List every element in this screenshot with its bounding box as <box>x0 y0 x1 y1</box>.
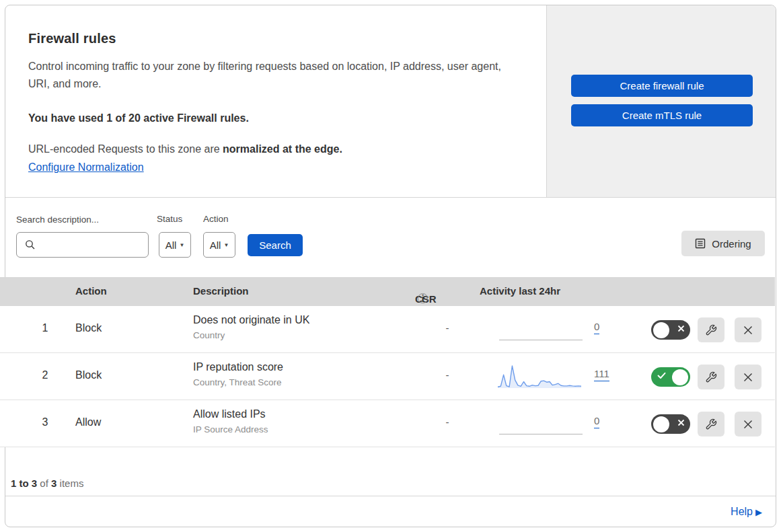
close-icon <box>743 373 753 382</box>
column-header-csr: CSR i <box>415 285 418 297</box>
rule-description: Allow listed IPs <box>193 408 268 420</box>
wrench-icon <box>705 324 717 336</box>
table-row: 2 Block IP reputation score Country, Thr… <box>0 353 775 400</box>
activity-flatline <box>499 340 583 340</box>
actions-panel: Create firewall rule Create mTLS rule <box>546 5 776 197</box>
activity-flatline <box>499 434 583 434</box>
pagination-total: 3 <box>51 478 57 489</box>
help-link-label: Help <box>731 506 753 517</box>
activity-sparkline <box>497 364 582 389</box>
rule-action: Allow <box>75 416 101 428</box>
footer-divider <box>5 496 776 496</box>
create-firewall-rule-button[interactable]: Create firewall rule <box>571 75 753 97</box>
table-row: 3 Allow Allow listed IPs IP Source Addre… <box>0 400 775 447</box>
search-description-label: Search description... <box>16 215 99 225</box>
normalization-note-bold: normalized at the edge. <box>223 143 342 155</box>
rule-description: IP reputation score <box>193 361 283 373</box>
help-arrow-icon: ▶ <box>755 507 762 517</box>
rule-description: Does not originate in UK <box>193 314 309 326</box>
rule-action: Block <box>75 369 102 381</box>
rule-fields: IP Source Address <box>193 424 268 434</box>
column-header-action: Action <box>75 285 107 297</box>
chevron-down-icon: ▼ <box>223 242 229 248</box>
toggle-off-x-icon <box>677 325 685 332</box>
rule-priority: 3 <box>35 416 55 428</box>
edit-rule-button[interactable] <box>698 365 724 389</box>
page-description: Control incoming traffic to your zone by… <box>28 58 510 93</box>
search-button[interactable]: Search <box>248 234 303 256</box>
usage-summary: You have used 1 of 20 active Firewall ru… <box>28 112 510 124</box>
csr-value: - <box>436 322 459 334</box>
normalization-note: URL-encoded Requests to this zone are no… <box>28 143 510 155</box>
table-row: 1 Block Does not originate in UK Country… <box>0 306 775 353</box>
delete-rule-button[interactable] <box>735 365 761 389</box>
action-filter-value: All <box>210 239 221 251</box>
toggle-on-check-icon <box>657 372 666 379</box>
configure-normalization-link[interactable]: Configure Normalization <box>28 161 144 174</box>
rule-priority: 2 <box>35 369 55 381</box>
wrench-icon <box>705 371 717 383</box>
create-mtls-rule-button[interactable]: Create mTLS rule <box>571 104 753 126</box>
rule-priority: 1 <box>35 322 55 334</box>
rule-enabled-toggle[interactable] <box>651 414 690 434</box>
activity-count-link[interactable]: 0 <box>594 321 599 334</box>
help-link[interactable]: Help▶ <box>731 506 762 518</box>
edit-rule-button[interactable] <box>698 317 724 342</box>
rule-enabled-toggle[interactable] <box>651 367 690 387</box>
rule-description-cell: Allow listed IPs IP Source Address <box>193 408 268 434</box>
pagination-summary: 1 to 3 of 3 items <box>11 478 83 489</box>
rule-action: Block <box>75 322 102 334</box>
firewall-rules-panel: Firewall rules Control incoming traffic … <box>5 5 776 527</box>
rule-description-cell: Does not originate in UK Country <box>193 314 309 340</box>
rule-fields: Country <box>193 330 309 340</box>
status-filter-value: All <box>165 239 177 251</box>
search-input-wrapper <box>16 232 149 258</box>
status-filter-label: Status <box>157 214 182 224</box>
column-header-activity: Activity last 24hr <box>480 285 560 297</box>
toggle-knob <box>653 322 669 338</box>
pagination-range: 1 to 3 <box>11 478 37 489</box>
toggle-knob <box>672 369 688 385</box>
header-section: Firewall rules Control incoming traffic … <box>5 5 776 198</box>
rule-description-cell: IP reputation score Country, Threat Scor… <box>193 361 283 387</box>
page-title: Firewall rules <box>28 31 510 46</box>
wrench-icon <box>705 418 717 430</box>
action-filter-label: Action <box>203 214 229 224</box>
activity-count-link[interactable]: 111 <box>594 368 609 381</box>
ordering-button-label: Ordering <box>712 238 751 250</box>
search-input[interactable] <box>40 233 146 256</box>
normalization-note-text: URL-encoded Requests to this zone are <box>28 143 223 155</box>
chevron-down-icon: ▼ <box>179 242 184 248</box>
pagination-items: items <box>60 478 84 489</box>
delete-rule-button[interactable] <box>735 317 761 342</box>
close-icon <box>743 420 753 429</box>
delete-rule-button[interactable] <box>735 412 761 436</box>
edit-rule-button[interactable] <box>698 412 724 436</box>
search-icon <box>25 239 36 250</box>
rule-enabled-toggle[interactable] <box>651 320 690 340</box>
ordering-list-icon <box>695 238 706 249</box>
table-header-row: Action Description CSR i Activity last 2… <box>0 277 775 306</box>
csr-value: - <box>436 369 459 381</box>
toggle-knob <box>653 416 669 432</box>
status-filter-dropdown[interactable]: All ▼ <box>159 232 191 258</box>
header-text-block: Firewall rules Control incoming traffic … <box>28 31 510 174</box>
column-header-description: Description <box>193 285 249 297</box>
ordering-button[interactable]: Ordering <box>681 231 765 256</box>
action-filter-dropdown[interactable]: All ▼ <box>203 232 235 258</box>
toggle-off-x-icon <box>677 419 685 426</box>
close-icon <box>743 326 753 335</box>
rule-fields: Country, Threat Score <box>193 377 283 387</box>
pagination-of: of <box>40 478 48 489</box>
csr-value: - <box>436 416 459 428</box>
activity-count-link[interactable]: 0 <box>594 415 599 428</box>
